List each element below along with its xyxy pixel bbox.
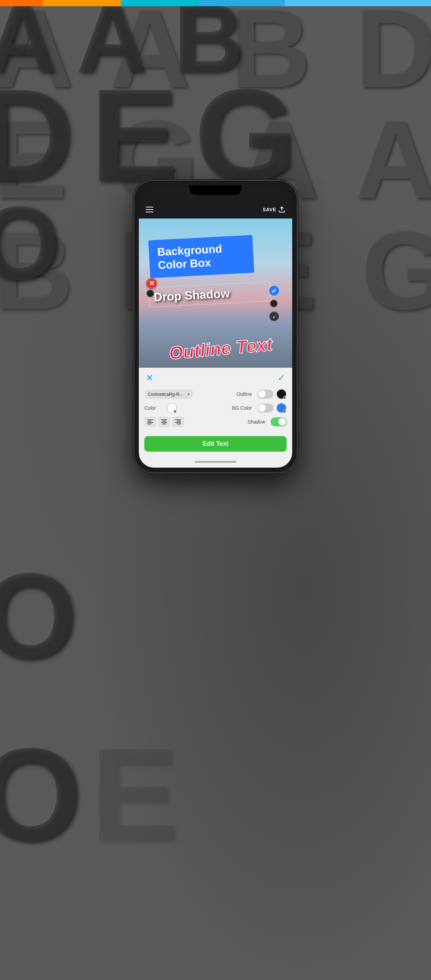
top-bar-orange-dark [0,0,43,6]
top-bar-blue-mid [198,0,284,6]
bg-letter-e2: E [90,729,178,860]
shadow-toggle-thumb [278,418,286,426]
color-swatch[interactable] [167,403,177,413]
bg-letter-d3: O [0,729,82,860]
bg-color-swatch[interactable] [276,403,287,413]
edit-handle[interactable] [269,286,279,296]
delete-icon: ✕ [149,280,154,287]
bg-letter-o: O [0,191,60,295]
scale-icon: ↙ [272,314,276,319]
bg-color-label: BG Color [231,405,252,411]
save-label: SAVE [263,207,276,212]
color-label: Color [144,405,162,411]
shadow-label: Shadow [244,419,265,425]
align-left-icon [147,419,153,425]
outline-control-group: Outline [231,389,287,399]
align-left-button[interactable] [144,417,156,427]
menu-button[interactable] [146,207,153,212]
background: A A B D E G O O O E [0,0,431,980]
dot-handle[interactable] [270,300,278,307]
drop-shadow-element[interactable]: Drop Shadow [149,282,271,307]
save-button[interactable]: SAVE [263,206,285,213]
font-chevron-icon: ▾ [188,392,189,396]
bg-color-toggle[interactable] [258,403,274,412]
drop-shadow-text: Drop Shadow [149,282,271,307]
align-center-icon [161,419,167,425]
bg-color-box-element[interactable]: BackgroundColor Box [148,235,254,278]
cancel-button[interactable]: ✕ [146,372,153,383]
scale-handle[interactable]: ↙ [269,312,279,321]
outline-color-picker-dot [283,396,287,399]
hamburger-line-3 [146,212,153,212]
bg-letter-d2: O [0,555,77,676]
align-right-button[interactable] [172,417,184,427]
top-color-bar [0,0,431,6]
outline-text-content: Outline Text [168,334,273,363]
drag-handle[interactable] [146,290,154,297]
color-control-group: Color [144,403,177,413]
alignment-buttons [144,417,184,427]
controls-row-2: Color BG Color [144,403,287,413]
align-right-icon [175,419,181,425]
action-row: ✕ ✓ [139,368,292,386]
controls-row-3: Shadow [144,417,287,427]
bg-color-control-group: BG Color [231,403,287,413]
phone-mockup: SAVE BackgroundColor Box ✕ [134,180,297,473]
outline-text-element[interactable]: Outline Text [168,334,274,364]
align-center-button[interactable] [158,417,170,427]
canvas-area[interactable]: BackgroundColor Box ✕ Drop Shadow [139,218,292,368]
phone-header: SAVE [139,200,292,218]
bg-letter-d: D [0,69,74,201]
color-picker-dot [173,410,177,413]
top-bar-orange [43,0,121,6]
font-name-label: CoolveticaRg-R... [148,391,183,397]
shadow-toggle[interactable] [271,417,287,426]
controls-row-1: CoolveticaRg-R... ▾ Outline [144,389,287,399]
save-upload-icon [278,206,285,213]
outline-color-swatch[interactable] [276,389,287,399]
top-bar-blue-light [285,0,431,6]
outline-toggle[interactable] [258,390,274,399]
confirm-button[interactable]: ✓ [278,372,285,383]
phone-notch [189,185,242,195]
delete-handle[interactable]: ✕ [146,278,157,289]
shadow-control-group: Shadow [244,417,287,426]
bg-color-toggle-thumb [258,404,266,412]
hamburger-line-2 [146,209,153,210]
bg-color-box-text: BackgroundColor Box [157,242,222,272]
outline-label: Outline [231,391,252,397]
pencil-icon [272,288,277,293]
top-bar-teal [121,0,199,6]
outline-toggle-thumb [258,390,266,398]
edit-text-button[interactable]: Edit Text [144,436,287,452]
panel-controls: CoolveticaRg-R... ▾ Outline [139,386,292,435]
phone-screen: SAVE BackgroundColor Box ✕ [139,185,292,468]
bg-color-picker-dot [283,410,287,413]
bottom-panel: ✕ ✓ CoolveticaRg-R... ▾ Outline [139,368,292,468]
font-selector[interactable]: CoolveticaRg-R... ▾ [144,390,193,399]
home-indicator [139,456,292,468]
home-bar [195,461,236,463]
hamburger-line-1 [146,207,153,207]
phone-outer-shell: SAVE BackgroundColor Box ✕ [134,180,297,473]
